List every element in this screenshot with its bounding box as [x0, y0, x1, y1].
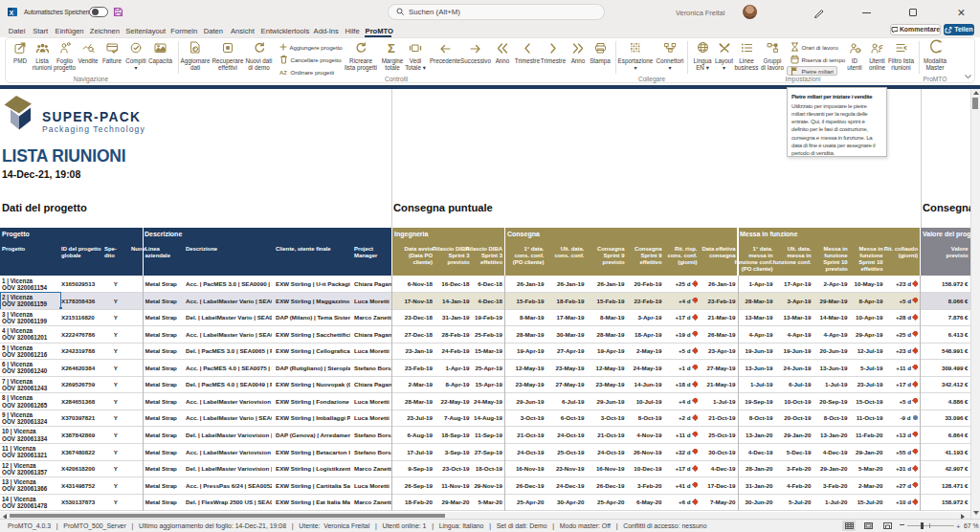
svg-text:AZ: AZ [279, 70, 287, 76]
svg-text:X: X [9, 9, 13, 15]
svg-text:Σ: Σ [388, 41, 395, 54]
